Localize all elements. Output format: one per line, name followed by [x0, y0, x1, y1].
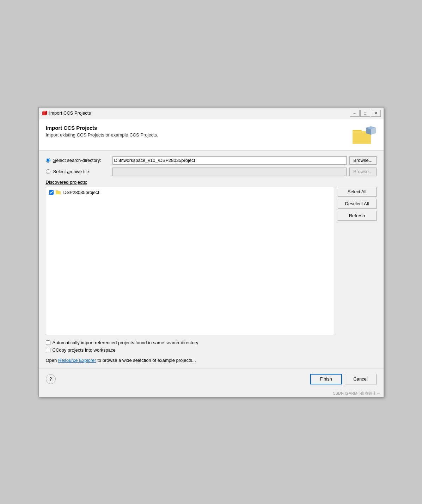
dialog-header-text: Import CCS Projects Import existing CCS …: [46, 125, 158, 138]
search-directory-input[interactable]: [112, 156, 347, 165]
project-item: DSP28035project: [48, 189, 332, 196]
projects-list[interactable]: DSP28035project: [46, 187, 334, 335]
open-resource-explorer-line: Open Resource Explorer to browse a wide …: [46, 358, 377, 363]
project-checkbox[interactable]: [49, 190, 54, 195]
select-all-button[interactable]: Select All: [338, 187, 377, 197]
svg-marker-5: [42, 112, 45, 115]
archive-file-row: Select archive file: Browse...: [46, 168, 377, 176]
search-directory-radio[interactable]: [46, 158, 50, 163]
archive-file-browse-button[interactable]: Browse...: [349, 168, 376, 176]
open-suffix: to browse a wide selection of example pr…: [96, 358, 196, 363]
open-prefix: Open: [46, 358, 58, 363]
discovered-projects-label: Discovered projects:: [46, 180, 87, 185]
auto-import-checkbox[interactable]: [46, 340, 50, 345]
help-button[interactable]: ?: [46, 374, 56, 384]
options-section: Automatically import referenced projects…: [46, 340, 377, 353]
svg-rect-14: [56, 191, 61, 194]
archive-file-radio[interactable]: [46, 169, 50, 174]
copy-projects-label: CCopy projects into workspace: [53, 347, 116, 353]
projects-buttons: Select All Deselect All Refresh: [338, 187, 377, 335]
footer-left: ?: [46, 374, 56, 384]
dialog-footer: ? Finish Cancel: [39, 369, 384, 389]
resource-explorer-link[interactable]: Resource Explorer: [58, 358, 96, 363]
title-bar-left: Import CCS Projects: [42, 110, 91, 116]
title-bar-title: Import CCS Projects: [49, 110, 91, 116]
auto-import-label: Automatically import referenced projects…: [53, 340, 198, 345]
header-icon: [351, 125, 377, 146]
import-ccs-projects-window: Import CCS Projects − □ ✕ Import CCS Pro…: [38, 107, 384, 397]
search-directory-label: Select search-directory:: [53, 158, 110, 163]
close-button[interactable]: ✕: [371, 110, 381, 117]
dialog-body: Select search-directory: Browse... Selec…: [39, 151, 384, 369]
finish-button[interactable]: Finish: [310, 374, 342, 384]
maximize-button[interactable]: □: [360, 110, 370, 117]
dialog-header: Import CCS Projects Import existing CCS …: [39, 119, 384, 151]
project-name-label: DSP28035project: [63, 190, 99, 195]
title-bar-controls: − □ ✕: [350, 110, 381, 117]
project-folder-icon: [56, 190, 61, 195]
watermark: CSDN @ARM小白在路上～: [39, 389, 384, 397]
search-directory-row: Select search-directory: Browse...: [46, 156, 377, 165]
deselect-all-button[interactable]: Deselect All: [338, 199, 377, 209]
archive-file-input[interactable]: [112, 168, 347, 176]
dialog-title: Import CCS Projects: [46, 125, 158, 131]
minimize-button[interactable]: −: [350, 110, 360, 117]
ccs-title-icon: [42, 110, 47, 116]
copy-projects-row: CCopy projects into workspace: [46, 347, 377, 353]
copy-projects-checkbox[interactable]: [46, 348, 50, 352]
search-directory-browse-button[interactable]: Browse...: [349, 156, 376, 165]
archive-file-label: Select archive file:: [53, 169, 110, 174]
title-bar: Import CCS Projects − □ ✕: [39, 108, 384, 119]
dialog-description: Import existing CCS Projects or example …: [46, 132, 158, 138]
projects-area: DSP28035project Select All Deselect All …: [46, 187, 377, 335]
cancel-button[interactable]: Cancel: [345, 374, 377, 384]
footer-right: Finish Cancel: [310, 374, 377, 384]
auto-import-row: Automatically import referenced projects…: [46, 340, 377, 345]
refresh-button[interactable]: Refresh: [338, 211, 377, 221]
